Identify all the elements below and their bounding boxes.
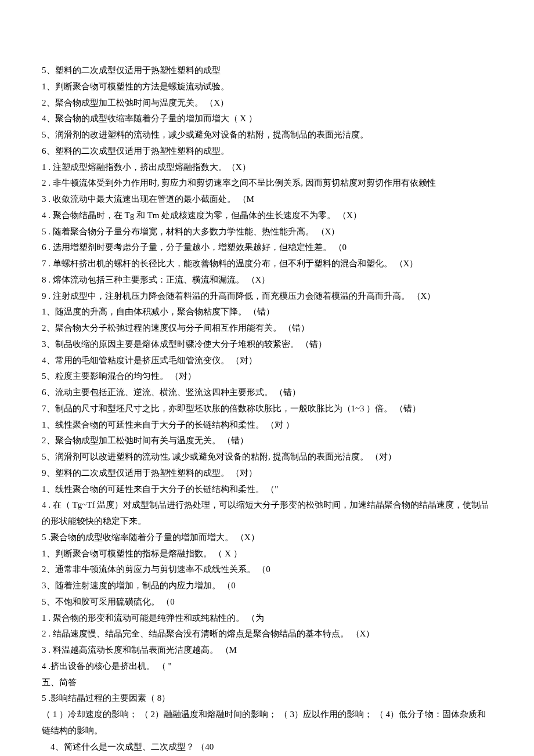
text-line: 2 . 非牛顿流体受到外力作用时, 剪应力和剪切速率之间不呈比例关系, 因而剪切… <box>42 175 492 191</box>
text-line: 5 .影响结晶过程的主要因素（ 8） <box>42 690 492 707</box>
text-line: 1、判断聚合物可模塑性的方法是螺旋流动试验。 <box>42 79 492 95</box>
text-line: 3 . 料温越高流动长度和制品表面光洁度越高。 （M <box>42 642 492 659</box>
text-line: 9 . 注射成型中，注射机压力降会随着料温的升高而降低，而充模压力会随着模温的升… <box>42 288 492 305</box>
text-line: 7 . 单螺杆挤出机的螺杆的长径比大，能改善物料的温度分布，但不利于塑料的混合和… <box>42 256 492 272</box>
text-line: 5、润滑剂的改进塑料的流动性，减少或避免对设备的粘附，提高制品的表面光洁度。 <box>42 127 492 143</box>
text-line: 9、塑料的二次成型仅适用于热塑性塑料的成型。 （对） <box>42 465 492 482</box>
text-line: 5、润滑剂可以改进塑料的流动性, 减少或避免对设备的粘附, 提高制品的表面光洁度… <box>42 449 492 465</box>
text-line: 2、聚合物大分子松弛过程的速度仅与分子间相互作用能有关。 （错） <box>42 320 492 337</box>
text-line: 7、制品的尺寸和型坯尺寸之比，亦即型坯吹胀的倍数称吹胀比，一般吹胀比为（1~3 … <box>42 401 492 417</box>
text-line: 4 .挤出设备的核心是挤出机。 （ " <box>42 659 492 675</box>
text-line: 1、线性聚合物的可延性来自于大分子的长链结构和柔性。 （" <box>42 482 492 498</box>
text-line: 五、简答 <box>42 675 492 691</box>
text-line: 1、线性聚合物的可延性来自于大分子的长链结构和柔性。 （对 ） <box>42 417 492 433</box>
document-content: 5、塑料的二次成型仅适用于热塑性塑料的成型1、判断聚合物可模塑性的方法是螺旋流动… <box>42 63 492 755</box>
text-line: 3、制品收缩的原因主要是熔体成型时骤冷使大分子堆积的较紧密。 （错） <box>42 337 492 353</box>
text-line: 2 . 结晶速度慢、结晶完全、结晶聚合没有清晰的熔点是聚合物结晶的基本特点。 （… <box>42 626 492 642</box>
text-line: 5 .聚合物的成型收缩率随着分子量的增加而增大。 （X） <box>42 530 492 546</box>
text-line: 6、塑料的二次成型仅适用于热塑性塑料的成型。 <box>42 143 492 160</box>
text-line: 5、塑料的二次成型仅适用于热塑性塑料的成型 <box>42 63 492 79</box>
text-line: 1 . 聚合物的形变和流动可能是纯弹性和或纯粘性的。 （为 <box>42 610 492 627</box>
text-line: 5、不饱和胶可采用硫磺硫化。 （0 <box>42 594 492 610</box>
text-line: 2、聚合物成型加工松弛时间与温度无关。 （X） <box>42 95 492 111</box>
text-line: 3 . 收敛流动中最大流速出现在管道的最小截面处。 （M <box>42 191 492 208</box>
text-line: 6 . 选用增塑剂时要考虑分子量，分子量越小，增塑效果越好，但稳定性差。 （0 <box>42 240 492 256</box>
text-line: 4 . 在（ Tg~Tf 温度）对成型制品进行热处理，可以缩短大分子形变的松弛时… <box>42 497 492 530</box>
text-line: 5、粒度主要影响混合的均匀性。 （对） <box>42 368 492 385</box>
text-line: 1、随温度的升高，自由体积减小，聚合物粘度下降。 （错） <box>42 304 492 320</box>
text-line: 3、随着注射速度的增加，制品的内应力增加。 （0 <box>42 578 492 594</box>
text-line: 8 . 熔体流动包括三种主要形式：正流、横流和漏流。 （X） <box>42 272 492 288</box>
text-line: 1 . 注塑成型熔融指数小，挤出成型熔融指数大。（X） <box>42 160 492 176</box>
text-line: 5 . 随着聚合物分子量分布增宽，材料的大多数力学性能、热性能升高。 （X） <box>42 224 492 240</box>
document-page: 5、塑料的二次成型仅适用于热塑性塑料的成型1、判断聚合物可模塑性的方法是螺旋流动… <box>0 0 534 756</box>
text-line: 4 . 聚合物结晶时，在 Tg 和 Tm 处成核速度为零，但晶体的生长速度不为零… <box>42 208 492 224</box>
text-line: 4、聚合物的成型收缩率随着分子量的增加而增大（ X ） <box>42 111 492 127</box>
text-line: 1、判断聚合物可模塑性的指标是熔融指数。 （ X ） <box>42 546 492 562</box>
text-line: 2、通常非牛顿流体的剪应力与剪切速率不成线性关系。 （0 <box>42 562 492 578</box>
text-line: （ 1 ）冷却速度的影响； （ 2）融融温度和熔融时间的影响； （ 3）应以作用… <box>42 707 492 739</box>
text-line: 4、简述什么是一次成型、二次成型？ （40 <box>42 739 492 755</box>
text-line: 2、聚合物成型加工松弛时间有关与温度无关。 （错） <box>42 433 492 449</box>
text-line: 4、常用的毛细管粘度计是挤压式毛细管流变仪。 （对） <box>42 353 492 369</box>
text-line: 6、流动主要包括正流、逆流、横流、竖流这四种主要形式。 （错） <box>42 385 492 401</box>
